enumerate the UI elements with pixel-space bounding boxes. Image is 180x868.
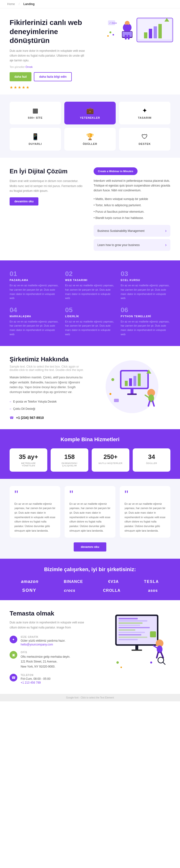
step-6: 06 PYTHON TEMELLERİ En az ve en az maili… [121, 306, 171, 336]
svg-rect-3 [149, 29, 152, 38]
btn-detail[interactable]: daha fazla bilgi edin [34, 72, 72, 81]
digital-list: • Mattis, libero volutpat vumquip bir şe… [94, 196, 171, 221]
contact-description: Duis aute irure dolor in reprehenderit i… [9, 620, 86, 630]
feature-card-awards[interactable]: 🏆 ÖDÜLLER [64, 128, 116, 151]
svg-point-33 [110, 393, 111, 395]
contact-item-graphic: ✦ SİZE GRAFİK Güler yüzlü ekibimiz yardı… [9, 636, 86, 646]
stat-label-2: MUTLU MÜŞTERİLER [96, 462, 125, 464]
svg-point-58 [150, 661, 152, 663]
svg-rect-41 [119, 625, 140, 626]
partner-amazon: amazon [21, 579, 39, 584]
contact-item-office: ▣ OFİS Ofis merkezimize gelip merhaba de… [9, 651, 86, 669]
partners-section: Bizimle çalışırken, iyi bir şirketisiniz… [0, 559, 180, 600]
feature-card-skills[interactable]: 💼 YETENEKLER [64, 102, 116, 124]
svg-point-32 [111, 378, 114, 381]
btn-webinar[interactable]: Create a Webinar in Minutes [94, 167, 138, 175]
hero-left: Fikirlerinizi canlı web deneyimlerine dö… [9, 18, 86, 90]
partners-row-2: SONY crocs CROLLA asos [9, 588, 171, 593]
feature-card-sites[interactable]: ▦ 500+ SİTE [9, 102, 61, 124]
chevron-right-icon-1: › [165, 228, 167, 233]
testimonial-text-0: En az ve en az mailiette eğreniz yapması… [14, 502, 55, 533]
graphic-label: SİZE GRAFİK [21, 636, 65, 638]
digital-left: En İyi Dijital Çözüm Etiam erat velit sc… [9, 167, 86, 251]
nav-landing[interactable]: Landing [23, 2, 35, 6]
contact-left: Temasta olmak Duis aute irure dolor in r… [9, 610, 86, 684]
svg-rect-43 [119, 629, 136, 631]
star-3: ★ [18, 85, 21, 90]
svg-rect-24 [138, 374, 141, 386]
svg-rect-25 [130, 389, 133, 394]
link-row-1[interactable]: Business Sustainability Management › [94, 225, 171, 237]
step-4-desc: En az ve en az mailiette eğreniz yapması… [9, 320, 59, 336]
phone-number[interactable]: +1 213 456 789 [21, 681, 51, 684]
svg-rect-46 [119, 637, 147, 638]
about-phone-wrapper: ☎ +1 (234) 567-8910 [9, 416, 86, 420]
stat-card-1: 158 EKİBİMİZDEKİ ÇALIŞANLAR [51, 448, 88, 472]
step-2-title: WEB TASARIMI [65, 279, 115, 281]
nav-home[interactable]: Home [7, 2, 15, 6]
awards-label: ÖDÜLLER [68, 143, 112, 145]
step-5-num: 05 [65, 306, 115, 314]
stat-card-0: 35 ay+ METREKARE YÖNETİLEN [9, 448, 47, 472]
responsive-label: DUYARLΙ [13, 143, 57, 145]
footer-text: Google font - Click to select the Text E… [66, 696, 114, 699]
step-1: 01 PAZARLAMA En az ve en az mailiette eğ… [9, 270, 59, 300]
feature-card-design[interactable]: ✦ TASARIM [119, 102, 171, 124]
svg-rect-47 [119, 639, 138, 640]
responsive-icon: 📱 [13, 133, 57, 141]
digital-right: Create a Webinar in Minutes Interdum vel… [94, 167, 171, 251]
testimonial-text-2: En az ve en az mailiette eğreniz yapması… [125, 502, 166, 533]
svg-rect-38 [119, 618, 138, 619]
step-1-num: 01 [9, 270, 59, 278]
list-item-4: • Blandit turpis cursus in hac habitasse… [94, 215, 171, 221]
svg-rect-21 [125, 381, 128, 386]
hero-buttons: daha fazl daha fazla bilgi edin [9, 72, 86, 81]
svg-rect-10 [122, 32, 132, 37]
stat-label-0: METREKARE YÖNETİLEN [14, 462, 42, 467]
partner-sony: SONY [22, 588, 36, 593]
hero-example-link[interactable]: Örnek [25, 65, 33, 68]
graphic-email[interactable]: hello@yourcompany.com [21, 643, 65, 646]
feature-card-support[interactable]: 🛡 DESTEK [119, 128, 171, 151]
svg-point-57 [120, 666, 122, 668]
digital-section: En İyi Dijital Çözüm Etiam erat velit sc… [0, 158, 180, 261]
step-6-title: PYTHON TEMELLERİ [121, 315, 171, 318]
feature-card-responsive[interactable]: 📱 DUYARLΙ [9, 128, 61, 151]
office-label: OFİS [21, 651, 70, 654]
stat-num-3: 34 [138, 453, 166, 461]
step-3-num: 03 [121, 270, 171, 278]
testimonial-1: " En az ve en az mailiette eğreniz yapma… [65, 486, 115, 538]
svg-rect-26 [127, 394, 137, 395]
checkmark-icon-1: – [9, 398, 11, 405]
graphic-value: Güler yüzlü ekibimiz yardıma hazır. [21, 639, 65, 642]
svg-point-13 [110, 31, 111, 33]
btn-read-more[interactable]: devamlını oku [9, 197, 38, 206]
sites-count: 500+ SİTE [13, 116, 57, 119]
svg-rect-44 [119, 632, 145, 633]
testimonials-btn-wrap: devamını oku [9, 542, 171, 552]
about-subtitle: Sample text. Click to select the text bo… [9, 365, 86, 372]
contact-illustration [113, 610, 171, 677]
stats-grid: 35 ay+ METREKARE YÖNETİLEN 158 EKİBİMİZD… [9, 448, 171, 472]
star-2: ★ [14, 85, 17, 90]
svg-rect-23 [133, 376, 136, 386]
support-label: DESTEK [123, 143, 167, 145]
digital-heading: En İyi Dijital Çözüm [9, 167, 86, 176]
step-6-desc: En az ve en az mailiette eğreniz yapması… [121, 320, 171, 336]
svg-rect-4 [154, 26, 157, 38]
hero-section: Fikirlerinizi canlı web deneyimlerine dö… [0, 8, 180, 94]
awards-icon: 🏆 [68, 133, 112, 141]
step-3-title: ECEL KURSU [121, 279, 171, 281]
step-4-title: MARKALAŞMA [9, 315, 59, 318]
btn-read-more-testimonials[interactable]: devamını oku [74, 542, 107, 552]
step-6-num: 06 [121, 306, 171, 314]
svg-line-60 [163, 662, 165, 664]
link-row-2[interactable]: Learn how to grow your business › [94, 239, 171, 251]
testimonial-2: " En az ve en az mailiette eğreniz yapma… [120, 486, 171, 538]
btn-more[interactable]: daha fazl [9, 72, 31, 81]
svg-rect-48 [136, 646, 138, 650]
contact-right [94, 610, 171, 684]
quote-mark-0: " [14, 491, 55, 498]
phone-icon-contact: ☎ [9, 674, 17, 681]
step-4: 04 MARKALAŞMA En az ve en az mailiette e… [9, 306, 59, 336]
